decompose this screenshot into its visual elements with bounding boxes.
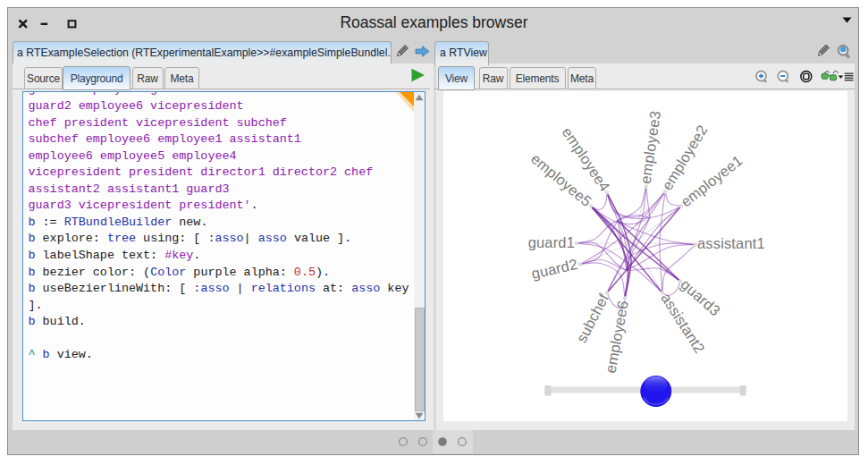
svg-text:guard1: guard1 (528, 234, 575, 250)
svg-text:assistant1: assistant1 (697, 235, 765, 251)
svg-text:guard2: guard2 (530, 255, 579, 281)
svg-text:employee3: employee3 (637, 109, 663, 184)
svg-text:employee6: employee6 (603, 299, 631, 374)
svg-text:subchef: subchef (573, 291, 611, 345)
